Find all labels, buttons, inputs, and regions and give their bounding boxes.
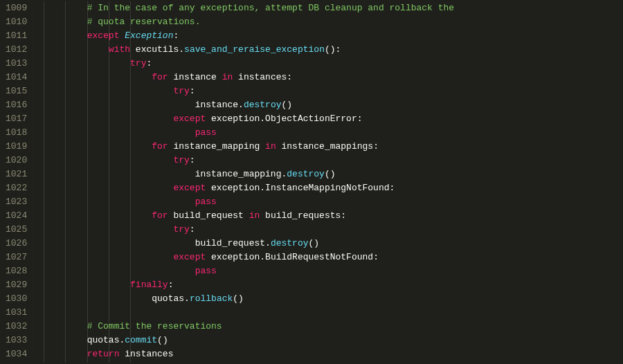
line-number: 1019 [6,140,27,154]
line-number: 1027 [6,251,27,264]
token-ident: build_request [168,210,249,221]
code-area[interactable]: # In the case of any exceptions, attempt… [38,0,623,364]
line-number: 1025 [6,223,27,237]
token-punct: . [184,293,190,304]
token-punct: () [325,169,336,179]
code-line[interactable]: quotas.commit() [44,334,623,347]
line-number: 1010 [6,15,27,29]
code-line[interactable]: try: [44,57,623,71]
code-line[interactable]: build_request.destroy() [44,237,623,251]
token-ident: exception [206,183,260,193]
token-punct: : [190,86,195,96]
token-ident: instance_mapping [168,141,265,152]
code-line[interactable]: try: [44,84,623,98]
token-keyword: in [249,210,260,221]
code-line[interactable]: quotas.rollback() [44,292,623,306]
code-line[interactable]: for build_request in build_requests: [44,209,623,223]
token-func: save_and_reraise_exception [184,44,325,55]
token-keyword: for [152,210,168,221]
line-number: 1022 [6,181,27,195]
code-line[interactable]: finally: [44,278,623,292]
token-func: rollback [190,293,233,304]
token-punct: . [265,238,271,248]
token-ident: instance [168,72,222,82]
token-punct: : [341,210,346,221]
code-line[interactable]: # quota reservations. [44,15,623,29]
token-ident: excutils [130,44,179,55]
token-keyword: in [222,72,233,82]
line-number: 1018 [6,126,27,140]
line-number: 1024 [6,209,27,223]
code-line[interactable]: instance.destroy() [44,98,623,112]
token-ident: BuildRequestNotFound [265,252,373,262]
token-keyword: pass [195,197,217,207]
code-line[interactable]: return instances [44,347,623,361]
code-line[interactable]: except Exception: [44,29,623,43]
token-punct: : [373,141,379,152]
line-number: 1009 [6,1,27,15]
line-number: 1033 [6,334,27,347]
token-punct: : [146,58,152,69]
code-line[interactable]: except exception.InstanceMappingNotFound… [44,181,623,195]
token-ident: instances [233,72,287,82]
token-punct: : [287,72,292,82]
token-punct: : [190,155,195,165]
code-line[interactable]: for instance in instances: [44,71,623,84]
line-number: 1015 [6,84,27,98]
token-keyword: in [265,141,276,152]
token-ident: instances [119,349,173,359]
token-punct: () [282,100,293,110]
token-keyword: except [173,113,206,124]
code-line[interactable]: pass [44,264,623,278]
line-number: 1031 [6,306,27,320]
token-ident: ObjectActionError [265,113,357,124]
token-punct: : [190,224,195,235]
token-ident: build_request [195,238,265,248]
token-punct: (): [325,44,341,55]
code-line[interactable]: # Commit the reservations [44,320,623,334]
code-line[interactable]: except exception.ObjectActionError: [44,112,623,126]
code-line[interactable]: # In the case of any exceptions, attempt… [44,1,623,15]
code-line[interactable]: with excutils.save_and_reraise_exception… [44,43,623,57]
code-line[interactable]: for instance_mapping in instance_mapping… [44,140,623,154]
token-func: commit [125,335,157,345]
token-ident: InstanceMappingNotFound [265,183,389,193]
token-comment: # In the case of any exceptions, attempt… [87,3,455,13]
token-ident: instance_mappings [276,141,373,152]
token-ident: exception [206,252,260,262]
token-punct: () [309,238,320,248]
line-number: 1020 [6,154,27,167]
token-keyword: try [173,155,189,165]
token-punct: . [179,44,184,55]
token-punct: () [233,293,244,304]
line-number-gutter: 1009101010111012101310141015101610171018… [0,0,38,364]
code-line[interactable]: try: [44,223,623,237]
line-number: 1030 [6,292,27,306]
code-line[interactable]: pass [44,195,623,209]
code-line[interactable] [44,306,623,320]
line-number: 1029 [6,278,27,292]
line-number: 1013 [6,57,27,71]
token-keyword: finally [130,280,168,290]
token-keyword: pass [195,127,217,138]
token-func: destroy [244,100,282,110]
token-punct: : [373,252,379,262]
code-line[interactable]: try: [44,154,623,167]
code-line[interactable]: except exception.BuildRequestNotFound: [44,251,623,264]
token-ident: instance [195,100,238,110]
code-line[interactable]: instance_mapping.destroy() [44,167,623,181]
token-keyword: for [152,141,168,152]
token-keyword: except [173,252,206,262]
token-punct: . [260,183,265,193]
token-keyword: except [87,30,120,41]
code-line[interactable]: pass [44,126,623,140]
token-ident: quotas [87,335,120,345]
token-comment: # Commit the reservations [87,321,222,331]
token-keyword: try [173,224,189,235]
token-keyword: try [130,58,146,69]
token-type: Exception [125,30,173,41]
line-number: 1023 [6,195,27,209]
line-number: 1021 [6,167,27,181]
line-number: 1011 [6,29,27,43]
code-editor: 1009101010111012101310141015101610171018… [0,0,623,364]
